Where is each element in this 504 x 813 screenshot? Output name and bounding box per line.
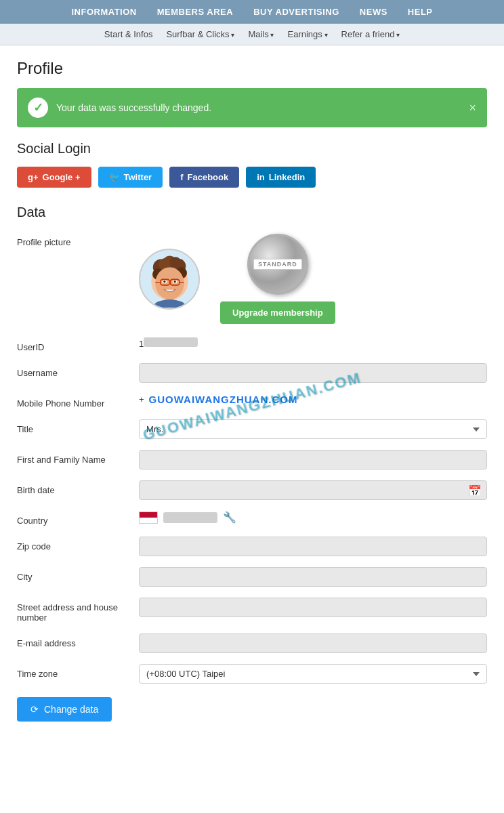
membership-badge: STANDARD Upgrade membership <box>220 234 335 324</box>
profile-picture-label: Profile picture <box>17 234 132 247</box>
avatar[interactable] <box>139 249 200 310</box>
firstname-field-wrap <box>139 450 487 470</box>
city-input[interactable] <box>139 567 487 587</box>
zipcode-row: Zip code <box>17 537 487 556</box>
badge-label: STANDARD <box>253 259 302 270</box>
userid-blurred <box>144 337 198 347</box>
subnav-surfbar-clicks[interactable]: Surfbar & Clicks <box>166 29 234 39</box>
watermark-phone: GUOWAIWANGZHUAN.COM <box>149 394 298 405</box>
nav-news[interactable]: NEWS <box>360 7 387 17</box>
country-row: Country 🔧 <box>17 511 487 526</box>
data-section: Data Profile picture <box>17 205 487 722</box>
top-navigation: INFORMATION MEMBERS AREA BUY ADVERTISING… <box>0 0 504 24</box>
change-data-button[interactable]: ⟳ Change data <box>17 697 112 722</box>
username-label: Username <box>17 363 132 378</box>
date-wrapper: 📅 <box>139 480 487 500</box>
alert-close-button[interactable]: × <box>469 101 476 115</box>
city-row: City <box>17 567 487 587</box>
svg-point-12 <box>173 280 175 283</box>
social-login-title: Social Login <box>17 141 487 157</box>
social-login-buttons: g+ Google + 🐦 Twitter f Facebook in Link… <box>17 167 487 188</box>
facebook-login-button[interactable]: f Facebook <box>169 167 239 188</box>
nav-members-area[interactable]: MEMBERS AREA <box>157 7 233 17</box>
email-label: E-mail address <box>17 633 132 648</box>
userid-label: UserID <box>17 337 132 352</box>
badge-circle: STANDARD <box>247 234 308 295</box>
subnav-earnings[interactable]: Earnings <box>288 29 328 39</box>
title-row: Title Mrs. Mr. Ms. Dr. <box>17 419 487 439</box>
twitter-icon: 🐦 <box>109 172 120 182</box>
nav-help[interactable]: HELP <box>408 7 433 17</box>
zipcode-label: Zip code <box>17 537 132 551</box>
subnav-refer-friend[interactable]: Refer a friend <box>341 29 400 39</box>
change-data-icon: ⟳ <box>30 704 39 715</box>
firstname-label: First and Family Name <box>17 450 132 465</box>
street-address-label: Street address and house number <box>17 598 132 623</box>
street-address-field-wrap <box>139 598 487 617</box>
change-data-label: Change data <box>44 704 98 715</box>
svg-point-19 <box>153 299 186 308</box>
check-icon: ✓ <box>28 98 48 118</box>
firstname-input[interactable] <box>139 450 487 470</box>
facebook-icon: f <box>180 172 183 182</box>
svg-point-11 <box>163 280 165 283</box>
subnav-mails[interactable]: Mails <box>248 29 274 39</box>
userid-value: 1 <box>139 337 487 349</box>
userid-row: UserID 1 <box>17 337 487 352</box>
sub-navigation: Start & Infos Surfbar & Clicks Mails Ear… <box>0 24 504 45</box>
timezone-field-wrap: (+08:00 UTC) Taipei (+00:00 UTC) UTC (+0… <box>139 664 487 684</box>
username-field-wrap <box>139 363 487 383</box>
flag-icon <box>139 512 158 524</box>
country-edit-icon[interactable]: 🔧 <box>223 511 236 524</box>
country-field-wrap: 🔧 <box>139 511 487 524</box>
phone-prefix: + <box>139 394 144 404</box>
success-alert: ✓ Your data was successfully changed. × <box>17 88 487 127</box>
birthdate-row: Birth date 📅 <box>17 480 487 500</box>
alert-content: ✓ Your data was successfully changed. <box>28 98 211 118</box>
city-label: City <box>17 567 132 582</box>
profile-picture-row: Profile picture <box>17 234 487 324</box>
profile-picture-content: STANDARD Upgrade membership <box>139 234 335 324</box>
title-select[interactable]: Mrs. Mr. Ms. Dr. <box>139 419 487 439</box>
phone-display: + GUOWAIWANGZHUAN.COM <box>139 394 487 405</box>
upgrade-membership-button[interactable]: Upgrade membership <box>220 301 335 324</box>
svg-point-7 <box>169 257 181 268</box>
timezone-label: Time zone <box>17 664 132 679</box>
timezone-select[interactable]: (+08:00 UTC) Taipei (+00:00 UTC) UTC (+0… <box>139 664 487 684</box>
mobile-phone-wrap: + GUOWAIWANGZHUAN.COM <box>139 394 487 405</box>
zipcode-field-wrap <box>139 537 487 556</box>
google-login-button[interactable]: g+ Google + <box>17 167 91 188</box>
firstname-row: First and Family Name <box>17 450 487 470</box>
city-field-wrap <box>139 567 487 587</box>
linkedin-label: Linkedin <box>269 172 305 182</box>
birthdate-input[interactable] <box>139 480 487 500</box>
main-content: Profile ✓ Your data was successfully cha… <box>0 45 504 735</box>
zipcode-input[interactable] <box>139 537 487 556</box>
page-title: Profile <box>17 59 487 78</box>
email-input[interactable] <box>139 633 487 653</box>
street-address-row: Street address and house number <box>17 598 487 623</box>
linkedin-login-button[interactable]: in Linkedin <box>246 167 316 188</box>
title-field-wrap: Mrs. Mr. Ms. Dr. <box>139 419 487 439</box>
google-label: Google + <box>43 172 81 182</box>
data-section-title: Data <box>17 205 487 220</box>
twitter-login-button[interactable]: 🐦 Twitter <box>98 167 163 188</box>
calendar-icon[interactable]: 📅 <box>468 484 482 497</box>
linkedin-icon: in <box>257 172 265 182</box>
facebook-label: Facebook <box>188 172 229 182</box>
username-row: Username <box>17 363 487 383</box>
street-address-input[interactable] <box>139 598 487 617</box>
birthdate-label: Birth date <box>17 480 132 495</box>
alert-message: Your data was successfully changed. <box>56 102 211 113</box>
mobile-phone-label: Mobile Phone Number <box>17 394 132 409</box>
mobile-phone-row: Mobile Phone Number + GUOWAIWANGZHUAN.CO… <box>17 394 487 409</box>
email-row: E-mail address <box>17 633 487 653</box>
nav-information[interactable]: INFORMATION <box>71 7 136 17</box>
timezone-row: Time zone (+08:00 UTC) Taipei (+00:00 UT… <box>17 664 487 684</box>
subnav-start-infos[interactable]: Start & Infos <box>104 29 153 39</box>
email-field-wrap <box>139 633 487 653</box>
nav-buy-advertising[interactable]: BUY ADVERTISING <box>253 7 339 17</box>
username-input[interactable] <box>139 363 487 383</box>
twitter-label: Twitter <box>124 172 152 182</box>
birthdate-field-wrap: 📅 <box>139 480 487 500</box>
